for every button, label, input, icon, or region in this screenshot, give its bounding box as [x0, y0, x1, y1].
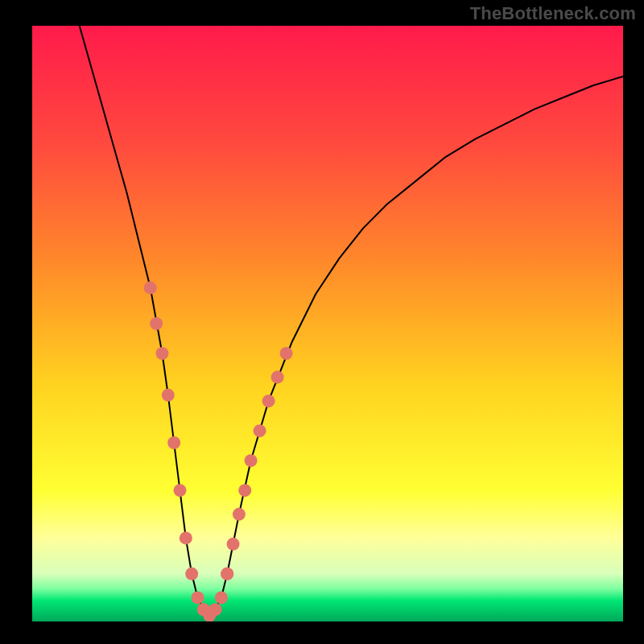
marker-dot — [262, 394, 275, 407]
marker-dot — [192, 591, 204, 604]
marker-dot — [245, 454, 258, 467]
marker-dot — [254, 424, 266, 437]
marker-dot — [150, 317, 163, 330]
marker-dot — [221, 568, 233, 580]
chart-svg — [32, 26, 623, 621]
marker-dot — [280, 347, 293, 360]
marker-dot — [167, 436, 180, 449]
marker-dot — [209, 603, 222, 616]
watermark-text: TheBottleneck.com — [470, 3, 636, 24]
plot-area — [32, 26, 623, 621]
marker-dot — [144, 282, 157, 295]
gradient-background — [32, 26, 623, 621]
marker-dot — [162, 389, 175, 402]
marker-dot — [180, 531, 192, 544]
marker-dot — [227, 538, 240, 551]
marker-dot — [238, 484, 251, 497]
marker-dot — [174, 484, 187, 497]
marker-dot — [233, 508, 246, 521]
marker-dot — [185, 568, 198, 580]
chart-frame: TheBottleneck.com — [0, 0, 644, 644]
marker-dot — [155, 347, 168, 360]
marker-dot — [215, 591, 228, 604]
marker-dot — [271, 371, 284, 384]
